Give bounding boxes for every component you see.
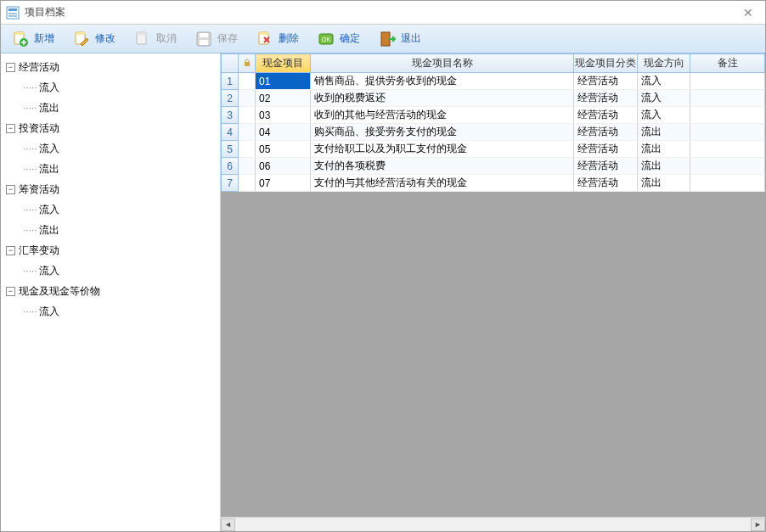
table-row[interactable]: 505支付给职工以及为职工支付的现金经营活动流出 bbox=[222, 141, 765, 158]
delete-button[interactable]: 删除 bbox=[251, 27, 308, 51]
cell-category[interactable]: 经营活动 bbox=[574, 124, 638, 141]
cell-category[interactable]: 经营活动 bbox=[574, 90, 638, 107]
collapse-icon[interactable]: − bbox=[6, 124, 15, 133]
cell-direction[interactable]: 流出 bbox=[638, 175, 690, 192]
cell-code[interactable]: 02 bbox=[256, 90, 311, 107]
cell-remark[interactable] bbox=[690, 90, 765, 107]
tree-leaf[interactable]: ·····流出 bbox=[20, 220, 218, 240]
cell-lock[interactable] bbox=[239, 73, 256, 90]
add-button[interactable]: 新增 bbox=[6, 27, 64, 51]
table-row[interactable]: 404购买商品、接受劳务支付的现金经营活动流出 bbox=[222, 124, 765, 141]
cell-direction[interactable]: 流入 bbox=[638, 107, 690, 124]
tree-leaf-label: 流入 bbox=[39, 199, 59, 220]
table-row[interactable]: 202收到的税费返还经营活动流入 bbox=[222, 90, 765, 107]
cell-direction[interactable]: 流出 bbox=[638, 124, 690, 141]
cell-code[interactable]: 01 bbox=[256, 73, 311, 90]
tree-leaf[interactable]: ·····流出 bbox=[20, 159, 218, 179]
row-number[interactable]: 5 bbox=[222, 141, 239, 158]
cell-name[interactable]: 支付的各项税费 bbox=[311, 158, 574, 175]
tree-node[interactable]: −现金及现金等价物 bbox=[3, 281, 218, 301]
tree-node-label: 经营活动 bbox=[19, 57, 59, 77]
cell-category[interactable]: 经营活动 bbox=[574, 141, 638, 158]
cell-name[interactable]: 支付给职工以及为职工支付的现金 bbox=[311, 141, 574, 158]
tree-node[interactable]: −筹资活动 bbox=[3, 179, 218, 199]
header-code[interactable]: 现金项目 bbox=[256, 54, 311, 73]
tree-leaf[interactable]: ·····流入 bbox=[20, 301, 218, 322]
row-number[interactable]: 3 bbox=[222, 107, 239, 124]
header-remark[interactable]: 备注 bbox=[690, 54, 765, 73]
cancel-button[interactable]: 取消 bbox=[128, 27, 186, 51]
tree-leaf[interactable]: ·····流入 bbox=[20, 260, 218, 281]
cell-remark[interactable] bbox=[690, 141, 765, 158]
collapse-icon[interactable]: − bbox=[6, 287, 15, 296]
edit-button[interactable]: 修改 bbox=[67, 27, 125, 51]
collapse-icon[interactable]: − bbox=[6, 246, 15, 255]
cell-remark[interactable] bbox=[690, 175, 765, 192]
row-number[interactable]: 4 bbox=[222, 124, 239, 141]
exit-button[interactable]: 退出 bbox=[373, 27, 431, 51]
save-button[interactable]: 保存 bbox=[189, 27, 247, 51]
cell-direction[interactable]: 流出 bbox=[638, 141, 690, 158]
header-name[interactable]: 现金项目名称 bbox=[311, 54, 574, 73]
close-button[interactable]: ✕ bbox=[736, 4, 760, 21]
header-category[interactable]: 现金项目分类 bbox=[574, 54, 638, 73]
horizontal-scrollbar[interactable]: ◄ ► bbox=[221, 517, 765, 531]
tree-node-label: 现金及现金等价物 bbox=[19, 281, 100, 301]
cell-lock[interactable] bbox=[239, 175, 256, 192]
cell-lock[interactable] bbox=[239, 90, 256, 107]
scroll-left-arrow[interactable]: ◄ bbox=[221, 518, 235, 531]
tree-leaf[interactable]: ·····流入 bbox=[20, 138, 218, 159]
row-number[interactable]: 7 bbox=[222, 175, 239, 192]
grid-panel: 现金项目 现金项目名称 现金项目分类 现金方向 备注 101销售商品、提供劳务收… bbox=[221, 53, 765, 531]
cell-category[interactable]: 经营活动 bbox=[574, 107, 638, 124]
svg-rect-15 bbox=[245, 62, 250, 66]
tree-leaf[interactable]: ·····流入 bbox=[20, 199, 218, 220]
cell-lock[interactable] bbox=[239, 124, 256, 141]
cell-remark[interactable] bbox=[690, 73, 765, 90]
cell-name[interactable]: 收到的其他与经营活动的现金 bbox=[311, 107, 574, 124]
header-lock[interactable] bbox=[239, 54, 256, 73]
tree-node[interactable]: −经营活动 bbox=[3, 57, 218, 77]
cell-code[interactable]: 07 bbox=[256, 175, 311, 192]
cell-lock[interactable] bbox=[239, 107, 256, 124]
scroll-right-arrow[interactable]: ► bbox=[751, 518, 765, 531]
cell-direction[interactable]: 流出 bbox=[638, 158, 690, 175]
cell-direction[interactable]: 流入 bbox=[638, 73, 690, 90]
cell-remark[interactable] bbox=[690, 158, 765, 175]
cell-code[interactable]: 05 bbox=[256, 141, 311, 158]
header-corner[interactable] bbox=[222, 54, 239, 73]
tree-node[interactable]: −投资活动 bbox=[3, 118, 218, 138]
row-number[interactable]: 6 bbox=[222, 158, 239, 175]
tree-node-label: 投资活动 bbox=[19, 118, 59, 138]
cell-direction[interactable]: 流入 bbox=[638, 90, 690, 107]
cell-lock[interactable] bbox=[239, 158, 256, 175]
tree-leaf[interactable]: ·····流出 bbox=[20, 98, 218, 118]
cell-code[interactable]: 03 bbox=[256, 107, 311, 124]
collapse-icon[interactable]: − bbox=[6, 63, 15, 72]
tree-leaf[interactable]: ·····流入 bbox=[20, 77, 218, 98]
table-row[interactable]: 707支付的与其他经营活动有关的现金经营活动流出 bbox=[222, 175, 765, 192]
row-number[interactable]: 1 bbox=[222, 73, 239, 90]
table-row[interactable]: 303收到的其他与经营活动的现金经营活动流入 bbox=[222, 107, 765, 124]
table-row[interactable]: 101销售商品、提供劳务收到的现金经营活动流入 bbox=[222, 73, 765, 90]
cell-category[interactable]: 经营活动 bbox=[574, 73, 638, 90]
cell-name[interactable]: 收到的税费返还 bbox=[311, 90, 574, 107]
cell-name[interactable]: 销售商品、提供劳务收到的现金 bbox=[311, 73, 574, 90]
svg-rect-9 bbox=[200, 33, 208, 37]
cell-lock[interactable] bbox=[239, 141, 256, 158]
tree-node[interactable]: −汇率变动 bbox=[3, 240, 218, 260]
table-row[interactable]: 606支付的各项税费经营活动流出 bbox=[222, 158, 765, 175]
cell-name[interactable]: 支付的与其他经营活动有关的现金 bbox=[311, 175, 574, 192]
cell-remark[interactable] bbox=[690, 124, 765, 141]
cell-name[interactable]: 购买商品、接受劳务支付的现金 bbox=[311, 124, 574, 141]
cell-remark[interactable] bbox=[690, 107, 765, 124]
row-number[interactable]: 2 bbox=[222, 90, 239, 107]
delete-label: 删除 bbox=[279, 31, 299, 46]
cell-code[interactable]: 06 bbox=[256, 158, 311, 175]
ok-button[interactable]: OK 确定 bbox=[312, 27, 369, 51]
collapse-icon[interactable]: − bbox=[6, 185, 15, 194]
cell-category[interactable]: 经营活动 bbox=[574, 175, 638, 192]
cell-code[interactable]: 04 bbox=[256, 124, 311, 141]
cell-category[interactable]: 经营活动 bbox=[574, 158, 638, 175]
header-direction[interactable]: 现金方向 bbox=[638, 54, 690, 73]
